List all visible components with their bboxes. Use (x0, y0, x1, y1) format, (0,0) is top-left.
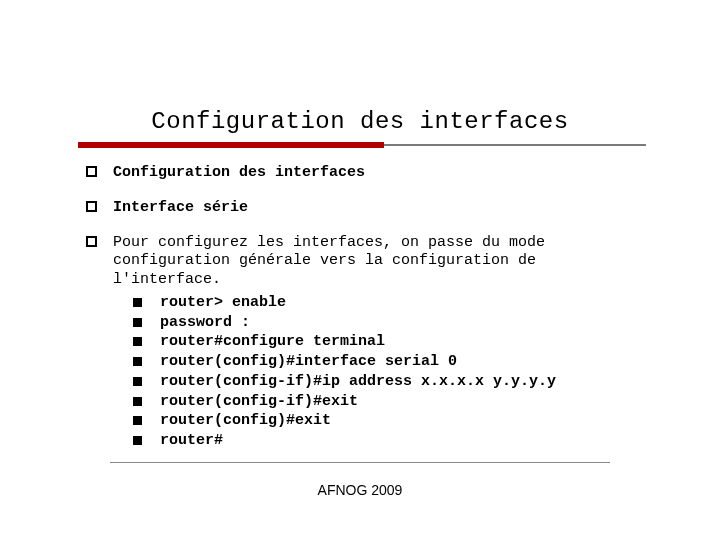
title-rule-red (78, 142, 384, 148)
command-2: password : (133, 314, 646, 333)
filled-square-icon (133, 337, 142, 346)
bullet-3-body: Pour configurez les interfaces, on passe… (113, 234, 646, 452)
command-4-text: router(config)#interface serial 0 (160, 353, 457, 372)
bullet-2: Interface série (86, 199, 646, 218)
command-5-text: router(config-if)#ip address x.x.x.x y.y… (160, 373, 556, 392)
command-1: router> enable (133, 294, 646, 313)
command-6: router(config-if)#exit (133, 393, 646, 412)
command-5: router(config-if)#ip address x.x.x.x y.y… (133, 373, 646, 392)
bullet-2-text: Interface série (113, 199, 646, 218)
filled-square-icon (133, 416, 142, 425)
command-2-text: password : (160, 314, 250, 333)
filled-square-icon (133, 436, 142, 445)
bullet-3: Pour configurez les interfaces, on passe… (86, 234, 646, 452)
command-3: router#configure terminal (133, 333, 646, 352)
content-area: Configuration des interfaces Interface s… (86, 164, 646, 452)
filled-square-icon (133, 298, 142, 307)
command-8: router# (133, 432, 646, 451)
command-8-text: router# (160, 432, 223, 451)
hollow-square-icon (86, 166, 97, 177)
bottom-rule (110, 462, 610, 463)
bullet-1: Configuration des interfaces (86, 164, 646, 183)
hollow-square-icon (86, 201, 97, 212)
slide: Configuration des interfaces Configurati… (0, 0, 720, 540)
filled-square-icon (133, 357, 142, 366)
command-7-text: router(config)#exit (160, 412, 331, 431)
command-4: router(config)#interface serial 0 (133, 353, 646, 372)
title-rule-gray (384, 144, 646, 146)
bullet-1-text: Configuration des interfaces (113, 164, 646, 183)
filled-square-icon (133, 397, 142, 406)
filled-square-icon (133, 377, 142, 386)
command-list: router> enable password : router#configu… (133, 294, 646, 451)
command-6-text: router(config-if)#exit (160, 393, 358, 412)
command-3-text: router#configure terminal (160, 333, 385, 352)
command-7: router(config)#exit (133, 412, 646, 431)
footer-text: AFNOG 2009 (0, 482, 720, 498)
hollow-square-icon (86, 236, 97, 247)
command-1-text: router> enable (160, 294, 286, 313)
bullet-3-intro: Pour configurez les interfaces, on passe… (113, 234, 545, 289)
slide-title: Configuration des interfaces (0, 108, 720, 135)
filled-square-icon (133, 318, 142, 327)
